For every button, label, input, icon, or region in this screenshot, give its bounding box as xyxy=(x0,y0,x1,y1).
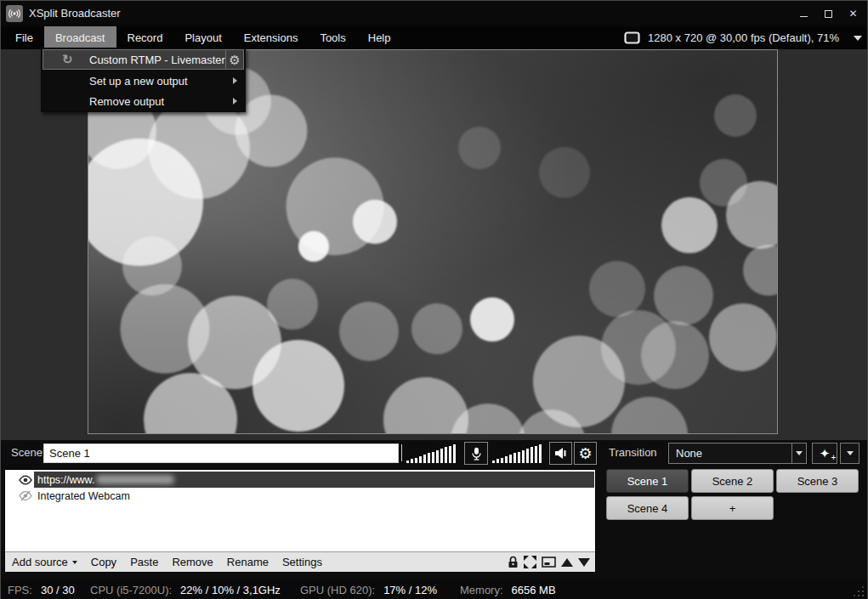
output-settings-button[interactable]: ⚙ xyxy=(225,50,243,69)
livemaster-icon: ↻ xyxy=(62,52,73,67)
speaker-level-meter xyxy=(492,444,547,463)
menu-record[interactable]: Record xyxy=(116,26,174,49)
source-row-webcam[interactable]: Integrated Webcam xyxy=(5,488,595,504)
scene-2-button[interactable]: Scene 2 xyxy=(691,469,774,493)
remove-button[interactable]: Remove xyxy=(165,556,219,568)
mic-level-meter xyxy=(406,444,461,463)
microphone-button[interactable] xyxy=(464,442,488,465)
display-icon xyxy=(624,31,640,44)
submenu-arrow-icon xyxy=(233,98,237,105)
speaker-button[interactable] xyxy=(549,442,572,465)
resolution-selector[interactable]: 1280 x 720 @ 30,00 fps (Default), 71% xyxy=(624,26,862,49)
submenu-arrow-icon xyxy=(233,77,237,84)
expand-arrows-icon xyxy=(524,556,536,568)
title-bar: XSplit Broadcaster ✕ xyxy=(1,1,867,26)
audio-settings-button[interactable]: ⚙ xyxy=(574,442,597,465)
gear-icon: ⚙ xyxy=(578,446,592,461)
transition-dropdown[interactable]: None xyxy=(668,443,807,464)
add-transition-button[interactable]: ✦+ xyxy=(812,443,837,464)
scene-4-button[interactable]: Scene 4 xyxy=(606,496,689,520)
layout-mode-button[interactable] xyxy=(542,557,556,568)
chevron-down-icon xyxy=(72,561,77,564)
menu-item-setup-output[interactable]: Set up a new output xyxy=(42,71,245,91)
cpu-stat: CPU (i5-7200U): 22% / 10% / 3,1GHz xyxy=(90,579,281,599)
copy-button[interactable]: Copy xyxy=(84,556,123,568)
picture-in-picture-icon xyxy=(542,557,556,568)
menu-extensions[interactable]: Extensions xyxy=(233,26,309,49)
menu-tools[interactable]: Tools xyxy=(309,26,356,49)
menu-help[interactable]: Help xyxy=(357,26,402,49)
source-toolbar: Add source Copy Paste Remove Rename Sett… xyxy=(5,551,595,572)
chevron-down-icon[interactable] xyxy=(854,36,862,41)
gpu-stat: GPU (HD 620): 17% / 12% xyxy=(300,579,437,599)
arrow-down-icon xyxy=(578,558,590,567)
resize-grip[interactable] xyxy=(862,595,864,596)
xsplit-window: XSplit Broadcaster ✕ File Broadcast Reco… xyxy=(0,0,868,599)
app-logo-icon xyxy=(6,5,23,22)
source-list: https://www. Integrated Webcam xyxy=(5,470,595,551)
menu-item-custom-rtmp[interactable]: ↻ Custom RTMP - Livemaster ⚙ xyxy=(43,49,244,70)
menu-broadcast[interactable]: Broadcast xyxy=(44,26,116,49)
minimize-icon xyxy=(800,16,808,17)
close-icon: ✕ xyxy=(848,8,857,20)
transition-selected: None xyxy=(669,444,791,463)
window-title: XSplit Broadcaster xyxy=(29,1,121,26)
add-scene-button[interactable]: + xyxy=(691,496,774,520)
add-source-button[interactable]: Add source xyxy=(5,556,84,568)
status-bar: FPS: 30 / 30 CPU (i5-7200U): 22% / 10% /… xyxy=(1,579,867,599)
maximize-icon xyxy=(825,10,832,18)
settings-button[interactable]: Settings xyxy=(275,556,329,568)
resolution-status: 1280 x 720 @ 30,00 fps (Default), 71% xyxy=(648,31,839,44)
source-selected-row[interactable]: https://www. xyxy=(34,472,594,488)
arrow-up-icon xyxy=(561,558,573,567)
scene-name-input[interactable] xyxy=(43,444,399,463)
menu-file[interactable]: File xyxy=(4,26,44,49)
fit-to-screen-button[interactable] xyxy=(524,556,536,568)
minimize-button[interactable] xyxy=(791,1,816,26)
move-source-down-button[interactable] xyxy=(578,558,590,567)
source-row-url[interactable]: https://www. xyxy=(5,472,595,488)
hidden-eye-icon[interactable] xyxy=(17,490,34,501)
rename-button[interactable]: Rename xyxy=(220,556,275,568)
transition-options-button[interactable] xyxy=(840,443,859,464)
redacted-url-blur xyxy=(96,475,174,484)
paste-button[interactable]: Paste xyxy=(123,556,165,568)
source-panel: https://www. Integrated Webcam Add sourc… xyxy=(4,469,596,573)
scene-3-button[interactable]: Scene 3 xyxy=(776,469,859,493)
scene-1-button[interactable]: Scene 1 xyxy=(606,469,689,493)
lock-icon xyxy=(508,556,519,568)
move-source-up-button[interactable] xyxy=(561,558,573,567)
sparkle-plus-icon: ✦+ xyxy=(820,447,831,460)
microphone-icon xyxy=(471,446,482,461)
scene-bar: Scene ⚙ Transition None xyxy=(1,440,867,466)
fps-stat: FPS: 30 / 30 xyxy=(8,579,75,599)
menu-bar: File Broadcast Record Playout Extensions… xyxy=(1,26,867,49)
memory-stat: Memory: 6656 MB xyxy=(460,579,556,599)
menu-item-remove-output[interactable]: Remove output xyxy=(42,91,245,111)
chevron-down-icon xyxy=(847,451,854,455)
divider xyxy=(401,444,402,461)
maximize-button[interactable] xyxy=(816,1,841,26)
menu-playout[interactable]: Playout xyxy=(173,26,232,49)
speaker-icon xyxy=(553,446,568,461)
transition-label: Transition xyxy=(609,440,657,466)
lock-position-button[interactable] xyxy=(508,556,519,568)
gear-icon: ⚙ xyxy=(229,54,240,66)
visible-eye-icon[interactable] xyxy=(17,475,34,485)
scene-label: Scene xyxy=(11,440,43,466)
broadcast-dropdown-menu: ↻ Custom RTMP - Livemaster ⚙ Set up a ne… xyxy=(41,48,246,112)
chevron-down-icon xyxy=(796,451,803,455)
close-button[interactable]: ✕ xyxy=(841,1,865,26)
transition-dropdown-arrow[interactable] xyxy=(791,444,806,463)
